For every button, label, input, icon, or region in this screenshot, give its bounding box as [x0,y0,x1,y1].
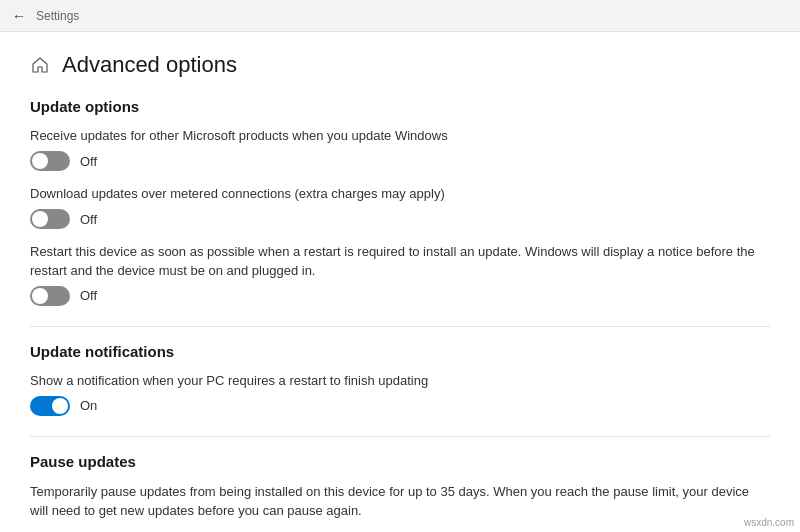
update-options-section: Update options Receive updates for other… [30,98,770,306]
receive-updates-toggle-row: Off [30,151,770,171]
restart-device-state: Off [80,288,97,303]
setting-show-notification: Show a notification when your PC require… [30,372,770,416]
watermark: wsxdn.com [744,517,794,528]
setting-receive-updates: Receive updates for other Microsoft prod… [30,127,770,171]
divider-1 [30,326,770,327]
show-notification-toggle[interactable] [30,396,70,416]
restart-device-toggle-row: Off [30,286,770,306]
receive-updates-toggle[interactable] [30,151,70,171]
update-notifications-title: Update notifications [30,343,770,360]
content-area: Advanced options Update options Receive … [0,32,800,532]
main-content: Advanced options Update options Receive … [0,32,800,532]
receive-updates-label: Receive updates for other Microsoft prod… [30,127,770,145]
pause-updates-title: Pause updates [30,453,770,470]
receive-updates-state: Off [80,154,97,169]
title-bar-settings-label: Settings [36,9,79,23]
page-title: Advanced options [62,52,237,78]
restart-device-toggle[interactable] [30,286,70,306]
download-metered-toggle[interactable] [30,209,70,229]
update-options-title: Update options [30,98,770,115]
download-metered-state: Off [80,212,97,227]
home-icon[interactable] [30,55,50,75]
show-notification-toggle-row: On [30,396,770,416]
page-header: Advanced options [30,52,770,78]
restart-device-label: Restart this device as soon as possible … [30,243,770,279]
title-bar: ← Settings [0,0,800,32]
download-metered-label: Download updates over metered connection… [30,185,770,203]
setting-restart-device: Restart this device as soon as possible … [30,243,770,305]
divider-2 [30,436,770,437]
download-metered-toggle-row: Off [30,209,770,229]
update-notifications-section: Update notifications Show a notification… [30,343,770,416]
show-notification-label: Show a notification when your PC require… [30,372,770,390]
back-button[interactable]: ← [12,8,26,24]
pause-updates-section: Pause updates Temporarily pause updates … [30,453,770,532]
pause-updates-description: Temporarily pause updates from being ins… [30,482,770,521]
setting-download-metered: Download updates over metered connection… [30,185,770,229]
show-notification-state: On [80,398,97,413]
